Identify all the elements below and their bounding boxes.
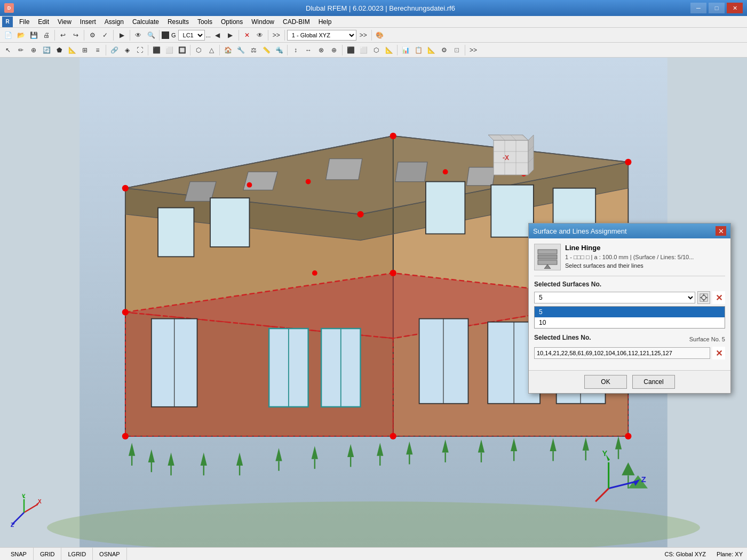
lc-combo[interactable]: LC1: [178, 30, 205, 41]
menu-insert[interactable]: Insert: [76, 17, 100, 27]
lc-next[interactable]: ▶: [225, 29, 236, 41]
svg-rect-23: [158, 208, 194, 257]
menu-cad-bim[interactable]: CAD-BIM: [279, 17, 314, 27]
app-icon: D: [4, 3, 14, 13]
dialog-close-button[interactable]: ✕: [716, 226, 726, 236]
maximize-button[interactable]: □: [709, 3, 725, 13]
svg-line-106: [13, 513, 24, 523]
more-btn[interactable]: >>: [271, 29, 282, 41]
menu-calculate[interactable]: Calculate: [128, 17, 163, 27]
menu-edit[interactable]: Edit: [34, 17, 53, 27]
redo-btn[interactable]: ↪: [70, 29, 82, 41]
render-btn[interactable]: 🎨: [374, 29, 386, 41]
ok-button[interactable]: OK: [584, 375, 627, 389]
svg-point-43: [443, 169, 448, 174]
calc-btn[interactable]: ⚙: [86, 29, 98, 41]
t2-btn10[interactable]: ◈: [121, 44, 133, 56]
surface-item-10[interactable]: 10: [535, 317, 725, 328]
svg-marker-116: [544, 265, 551, 269]
sep1: [54, 30, 55, 41]
menu-window[interactable]: Window: [247, 17, 279, 27]
lgrid-toggle[interactable]: LGRID: [61, 548, 93, 560]
lc-prev[interactable]: ◀: [212, 29, 224, 41]
clear-surface-button[interactable]: ✕: [712, 291, 725, 304]
x-mark-btn[interactable]: ✕: [241, 29, 253, 41]
view1-btn[interactable]: 👁: [132, 29, 144, 41]
close-button[interactable]: ✕: [727, 3, 743, 13]
menu-file[interactable]: File: [15, 17, 34, 27]
undo-btn[interactable]: ↩: [57, 29, 69, 41]
surface-item-5[interactable]: 5: [535, 307, 725, 317]
t2-btn17[interactable]: 🏠: [222, 44, 234, 56]
t2-btn12[interactable]: ⬛: [150, 44, 162, 56]
t2-btn19[interactable]: ⚖: [248, 44, 259, 56]
status-right: CS: Global XYZ Plane: XY: [664, 551, 743, 557]
surface-dropdown-list[interactable]: 5 10: [534, 306, 725, 329]
snap-toggle[interactable]: SNAP: [4, 548, 34, 560]
navigation-cube[interactable]: -X: [486, 132, 536, 180]
main-area: Z Y: [0, 58, 747, 547]
svg-text:Z: Z: [641, 475, 646, 484]
view3-btn[interactable]: 👁: [254, 29, 266, 41]
menu-options[interactable]: Options: [217, 17, 247, 27]
t2-btn16[interactable]: △: [205, 44, 217, 56]
svg-point-33: [625, 159, 631, 165]
lines-input[interactable]: [534, 347, 710, 359]
t2-btn1[interactable]: ↖: [2, 44, 14, 56]
cs-combo[interactable]: 1 - Global XYZ: [287, 30, 356, 41]
print-btn[interactable]: 🖨: [41, 29, 52, 41]
t2-btn21[interactable]: 🔩: [273, 44, 285, 56]
t2-btn23[interactable]: ↔: [303, 44, 314, 56]
run-btn[interactable]: ▶: [116, 29, 128, 41]
t2-btn18[interactable]: 🔧: [235, 44, 247, 56]
t2-btn28[interactable]: ⬡: [370, 44, 382, 56]
menu-view[interactable]: View: [53, 17, 76, 27]
t2-btn4[interactable]: 🔄: [41, 44, 52, 56]
t2-btn22[interactable]: ↕: [290, 44, 301, 56]
view2-btn[interactable]: 🔍: [145, 29, 157, 41]
t2-btn7[interactable]: ⊞: [79, 44, 91, 56]
menu-results[interactable]: Results: [163, 17, 193, 27]
t2-btn11[interactable]: ⛶: [134, 44, 146, 56]
menu-assign[interactable]: Assign: [100, 17, 128, 27]
t2-btn5[interactable]: ⬟: [53, 44, 65, 56]
cancel-button[interactable]: Cancel: [632, 375, 675, 389]
t2-btn2[interactable]: ✏: [15, 44, 27, 56]
t2-btn30[interactable]: 📊: [400, 44, 411, 56]
clear-lines-button[interactable]: ✕: [712, 347, 725, 359]
t2-btn9[interactable]: 🔗: [108, 44, 120, 56]
save-btn[interactable]: 💾: [28, 29, 39, 41]
svg-text:Y: Y: [22, 494, 26, 499]
minimize-button[interactable]: ─: [690, 3, 706, 13]
t2-btn27[interactable]: ⬜: [357, 44, 369, 56]
t2-btn25[interactable]: ⊕: [328, 44, 340, 56]
svg-rect-113: [538, 250, 557, 254]
titlebar: D Dlubal RFEM | 6.02.0023 | Berechnungsd…: [0, 0, 747, 16]
t2-btn8[interactable]: ≡: [92, 44, 104, 56]
open-btn[interactable]: 📂: [15, 29, 27, 41]
t2-btn3[interactable]: ⊕: [28, 44, 39, 56]
t2-btn15[interactable]: ⬡: [193, 44, 204, 56]
t2-btn33[interactable]: ⚙: [438, 44, 450, 56]
new-btn[interactable]: 📄: [2, 29, 14, 41]
t2-btn24[interactable]: ⊗: [315, 44, 327, 56]
menu-tools[interactable]: Tools: [193, 17, 217, 27]
t2-more[interactable]: >>: [467, 44, 479, 56]
t2-btn26[interactable]: ⬛: [345, 44, 356, 56]
t2-btn34[interactable]: ⊡: [451, 44, 463, 56]
t2-btn20[interactable]: 📏: [260, 44, 272, 56]
menu-help[interactable]: Help: [314, 17, 336, 27]
t2-btn14[interactable]: 🔲: [176, 44, 188, 56]
osnap-toggle[interactable]: OSNAP: [93, 548, 127, 560]
check-btn[interactable]: ✓: [99, 29, 111, 41]
cs-more[interactable]: >>: [357, 29, 369, 41]
grid-toggle[interactable]: GRID: [34, 548, 62, 560]
t2-btn13[interactable]: ⬜: [163, 44, 175, 56]
t2-btn29[interactable]: 📐: [383, 44, 395, 56]
svg-point-41: [306, 179, 311, 185]
t2-btn31[interactable]: 📋: [412, 44, 424, 56]
t2-btn32[interactable]: 📐: [425, 44, 437, 56]
pick-surface-button[interactable]: [697, 291, 710, 304]
t2-btn6[interactable]: 📐: [66, 44, 78, 56]
surface-combo[interactable]: 5 10: [534, 292, 695, 303]
